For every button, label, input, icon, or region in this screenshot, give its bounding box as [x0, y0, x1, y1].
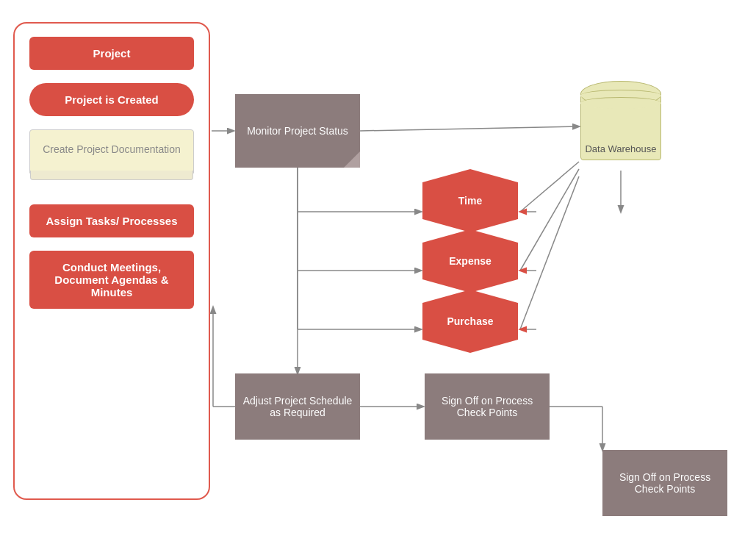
canvas: Project Project is Created Create Projec…: [0, 0, 756, 533]
data-warehouse-label: Data Warehouse: [580, 143, 661, 154]
purchase-hex: Purchase: [422, 303, 518, 340]
purchase-hex-container: Purchase: [422, 303, 518, 340]
monitor-project-box: Monitor Project Status: [235, 94, 360, 168]
expense-hex-container: Expense: [422, 243, 518, 279]
assign-tasks-box: Assign Tasks/ Processes: [29, 204, 194, 237]
create-documentation-box: Create Project Documentation: [29, 129, 194, 174]
svg-line-1: [360, 126, 579, 131]
adjust-schedule-box: Adjust Project Schedule as Required: [235, 373, 360, 440]
doc-shape-wrapper: Create Project Documentation: [29, 129, 194, 174]
time-hex-container: Time: [422, 182, 518, 219]
svg-line-9: [520, 162, 579, 212]
signoff-box-1: Sign Off on Process Check Points: [425, 373, 550, 440]
project-title: Project: [29, 37, 194, 70]
project-created-box: Project is Created: [29, 83, 194, 116]
signoff-box-2: Sign Off on Process Check Points: [602, 450, 727, 516]
expense-hex: Expense: [422, 243, 518, 279]
data-warehouse: Data Warehouse: [580, 81, 661, 169]
time-hex: Time: [422, 182, 518, 219]
svg-line-11: [520, 176, 579, 329]
svg-line-10: [520, 169, 579, 271]
conduct-meetings-box: Conduct Meetings, Document Agendas & Min…: [29, 251, 194, 309]
left-panel: Project Project is Created Create Projec…: [13, 22, 210, 500]
